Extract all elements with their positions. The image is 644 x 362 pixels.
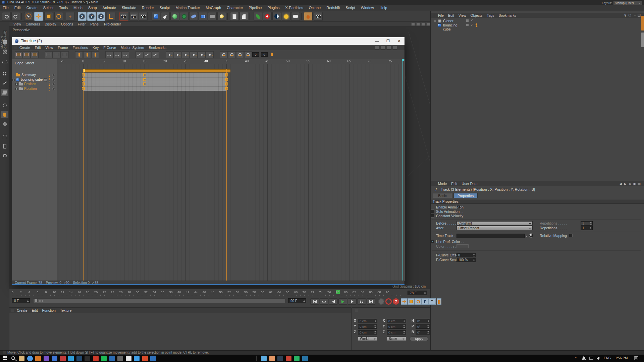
timeline-menu-item[interactable]: Motion System <box>121 46 144 50</box>
language-indicator[interactable]: ENG <box>604 356 611 360</box>
taskbar-app-icon[interactable] <box>35 356 41 361</box>
selection-start-line[interactable] <box>83 69 84 281</box>
current-frame-line[interactable] <box>402 59 403 281</box>
rotation-b-field[interactable]: 0° <box>416 330 430 335</box>
keyframe-tool-icon[interactable] <box>1 111 8 118</box>
material-menu-item[interactable]: Edit <box>32 308 38 312</box>
relative-mapping-checkbox[interactable]: ✓ <box>569 234 573 237</box>
menu-drag-handle[interactable] <box>432 182 435 185</box>
taskbar-app-icon[interactable] <box>134 356 140 361</box>
timeline-minimize-button[interactable]: — <box>372 37 382 45</box>
z-axis-lock-button[interactable]: Z <box>97 12 105 21</box>
history-forward-icon[interactable]: ▶ <box>624 182 627 186</box>
area-light-button[interactable] <box>291 12 300 21</box>
summary-overview-bar[interactable] <box>83 69 230 72</box>
tab-basic[interactable]: Basic <box>433 193 452 198</box>
taskbar-app-icon[interactable] <box>302 356 308 361</box>
key-pla-toggle[interactable] <box>429 298 436 305</box>
menu-drag-handle[interactable] <box>432 14 435 17</box>
collapse-icon[interactable]: − <box>434 20 436 22</box>
track-toggle-icon[interactable] <box>52 87 55 90</box>
taskbar-app-icon[interactable] <box>101 356 107 361</box>
link-arrow-icon[interactable]: ▸ <box>526 234 528 238</box>
timeline-tool-button[interactable] <box>174 51 181 58</box>
taskbar-app-icon[interactable] <box>76 356 82 361</box>
viewport-layout-icon[interactable] <box>411 22 415 26</box>
menu-drag-handle[interactable] <box>14 46 17 49</box>
taskbar-app-icon[interactable] <box>93 356 99 361</box>
viewport-menu-item[interactable]: Filter <box>78 22 86 26</box>
render-settings-button[interactable] <box>139 12 148 21</box>
timeline-tool-button[interactable] <box>75 51 83 58</box>
menu-item[interactable]: Help <box>380 6 387 10</box>
new-document-icon[interactable] <box>230 12 239 21</box>
tray-app-icon[interactable] <box>582 356 586 360</box>
menu-item[interactable]: MoGraph <box>206 6 221 10</box>
track-row-rotation[interactable]: + Rotation <box>12 87 57 91</box>
cortana-search-icon[interactable] <box>11 356 15 360</box>
timeline-menu-item[interactable]: View <box>46 46 53 50</box>
menu-item[interactable]: Motion Tracker <box>175 6 200 10</box>
x-axis-lock-button[interactable]: X <box>78 12 87 21</box>
enable-axis-icon[interactable] <box>1 102 8 109</box>
track-row-object[interactable]: − bouncing cube <box>12 78 57 82</box>
current-frame-marker[interactable] <box>402 59 404 61</box>
object-manager-menu-item[interactable]: Objects <box>471 13 483 17</box>
position-y-field[interactable]: 0 cm <box>358 324 377 329</box>
key-dots-icon[interactable] <box>49 74 50 77</box>
previous-frame-button[interactable] <box>329 298 338 305</box>
sun-light-button[interactable] <box>282 12 290 21</box>
timeline-menu-item[interactable]: F-Curve <box>103 46 116 50</box>
texture-mode-icon[interactable] <box>1 48 8 55</box>
taskbar-app-icon[interactable] <box>52 356 57 361</box>
enabled-check-icon[interactable]: ✓ <box>471 19 473 22</box>
timeline-tool-button[interactable] <box>23 51 31 58</box>
panel-menu-icon[interactable]: ▤ <box>638 182 641 186</box>
keyframe-selection-button[interactable] <box>437 298 441 305</box>
menu-item[interactable]: Snap <box>88 6 97 10</box>
floor-button[interactable] <box>199 12 207 21</box>
layout-dropdown[interactable]: Startup (User) <box>613 1 642 5</box>
constant-velocity-checkbox[interactable]: ✓ <box>431 214 434 218</box>
zoom-icon[interactable] <box>375 46 379 50</box>
dope-sheet-grid[interactable] <box>57 64 405 281</box>
subdivision-surface-button[interactable] <box>170 12 179 21</box>
menu-drag-handle[interactable] <box>355 309 358 312</box>
timeline-tool-button[interactable] <box>166 51 173 58</box>
timeline-tool-button[interactable] <box>206 51 214 58</box>
after-dropdown[interactable]: Offset Repeat <box>457 226 533 230</box>
coordinate-axis-dropdown[interactable]: Scale <box>387 337 406 341</box>
taskbar-app-icon[interactable] <box>261 356 267 361</box>
timeline-tool-button[interactable] <box>152 51 159 58</box>
tab-properties[interactable]: Properties <box>453 193 478 198</box>
menu-item[interactable]: Sculpt <box>160 6 170 10</box>
frame-all-icon[interactable] <box>381 46 385 50</box>
key-scale-toggle[interactable] <box>408 298 415 305</box>
key-dots-icon[interactable] <box>49 78 50 81</box>
move-tool[interactable]: ✛ <box>34 12 43 21</box>
selection-end-line[interactable] <box>226 69 227 281</box>
object-manager-menu-item[interactable]: Edit <box>448 13 454 17</box>
timeline-menu-item[interactable]: Key <box>93 46 99 50</box>
object-manager-menu-item[interactable]: Tags <box>487 13 494 17</box>
octane-render-button[interactable] <box>263 12 272 21</box>
timeline-tool-button[interactable] <box>45 51 53 58</box>
keyframe-tag-icon[interactable] <box>475 23 477 25</box>
taskbar-app-icon[interactable] <box>109 356 115 361</box>
taskbar-app-icon[interactable] <box>269 356 275 361</box>
edge-mode-icon[interactable] <box>1 79 8 87</box>
key-dots-icon[interactable] <box>49 83 50 86</box>
action-center-icon[interactable] <box>634 356 638 360</box>
timeline-titlebar[interactable]: Timeline (2) — ❐ ✕ <box>12 37 405 45</box>
expand-arrow-icon[interactable]: ▸ <box>453 245 455 248</box>
fcurve-offset-field[interactable]: 0 <box>457 253 476 257</box>
size-x-field[interactable]: 0 cm <box>387 319 406 323</box>
redo-button[interactable] <box>11 12 20 21</box>
layer-toggle-icon[interactable] <box>466 19 469 22</box>
material-menu-item[interactable]: Function <box>42 308 56 312</box>
timeline-tool-button[interactable] <box>236 51 244 58</box>
menu-item[interactable]: Edit <box>14 6 21 10</box>
object-manager-menu-item[interactable]: File <box>438 13 444 17</box>
timeline-menu-item[interactable]: Frame <box>58 46 68 50</box>
viewport-layout-icon[interactable] <box>416 22 420 26</box>
